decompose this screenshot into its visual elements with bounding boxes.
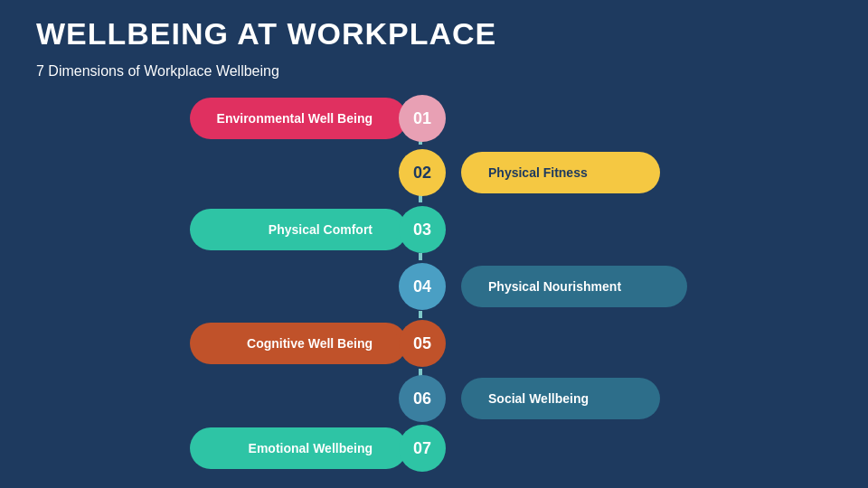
node-07: 07: [399, 425, 446, 472]
pill-environmental: Environmental Well Being: [190, 98, 407, 139]
node-04: 04: [399, 263, 446, 310]
node-05: 05: [399, 320, 446, 367]
pill-comfort: Physical Comfort: [190, 209, 407, 250]
pill-nourishment: Physical Nourishment: [461, 266, 687, 307]
pill-cognitive: Cognitive Well Being: [190, 323, 407, 364]
node-02: 02: [399, 149, 446, 196]
node-01: 01: [399, 95, 446, 142]
node-06: 06: [399, 375, 446, 422]
page-title: WELLBEING AT WORKPLACE: [36, 16, 496, 52]
page-subtitle: 7 Dimensions of Workplace Wellbeing: [36, 63, 279, 80]
node-03: 03: [399, 206, 446, 253]
pill-emotional: Emotional Wellbeing: [190, 427, 407, 469]
pill-fitness: Physical Fitness: [461, 152, 660, 193]
pill-social: Social Wellbeing: [461, 378, 660, 419]
